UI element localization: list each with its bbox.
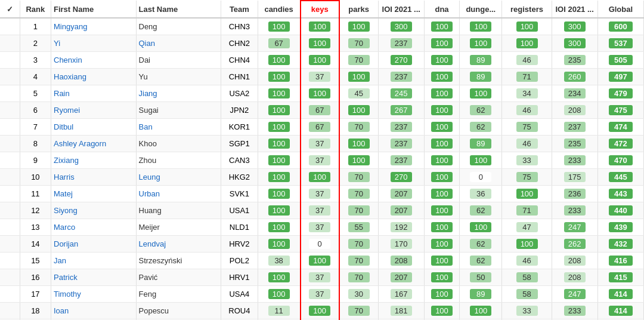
keys-cell: 37: [301, 152, 339, 169]
team-cell: USA2: [221, 85, 258, 102]
registers-cell: 58: [502, 286, 552, 303]
dna-cell: 100: [424, 186, 459, 202]
firstname-cell: Jan: [51, 253, 137, 269]
team-cell: HRV2: [221, 236, 258, 253]
team-cell: JPN2: [221, 102, 258, 119]
rank-cell: 6: [20, 102, 51, 119]
dna-cell: 100: [424, 169, 459, 186]
lastname-cell: Lendvaj: [136, 236, 221, 253]
dna-header: dna: [424, 1, 459, 18]
keys-cell: 100: [301, 35, 339, 52]
parks-cell: 70: [339, 303, 378, 319]
registers-cell: 47: [502, 219, 552, 236]
keys-cell: 100: [301, 303, 339, 319]
ioi1-cell: 237: [378, 136, 424, 152]
firstname-cell: Marco: [51, 219, 137, 236]
ioi1-cell: 207: [378, 269, 424, 286]
rank-cell: 4: [20, 69, 51, 85]
candies-cell: 100: [258, 85, 300, 102]
registers-cell: 46: [502, 102, 552, 119]
dna-cell: 100: [424, 253, 459, 269]
keys-cell: 37: [301, 286, 339, 303]
lastname-cell: Jiang: [136, 85, 221, 102]
global-cell: 445: [597, 169, 643, 186]
keys-cell: 100: [301, 253, 339, 269]
lastname-cell: Strzeszyński: [136, 253, 221, 269]
registers-cell: 100: [502, 18, 552, 35]
firstname-cell: Yi: [51, 35, 137, 52]
check-cell: [0, 152, 20, 169]
global-cell: 439: [597, 219, 643, 236]
dunge-cell: 100: [460, 85, 502, 102]
registers-header: registers: [502, 1, 552, 18]
check-cell: [0, 202, 20, 219]
dna-cell: 100: [424, 18, 459, 35]
check-cell: [0, 303, 20, 319]
rank-cell: 15: [20, 253, 51, 269]
firstname-cell: Matej: [51, 186, 137, 202]
check-cell: [0, 35, 20, 52]
candies-cell: 100: [258, 52, 300, 69]
firstname-cell: Dorijan: [51, 236, 137, 253]
ioi2-cell: 208: [552, 102, 597, 119]
registers-cell: 46: [502, 52, 552, 69]
keys-cell: 100: [301, 169, 339, 186]
lastname-cell: Huang: [136, 202, 221, 219]
firstname-cell: Rain: [51, 85, 137, 102]
parks-cell: 70: [339, 253, 378, 269]
parks-cell: 70: [339, 236, 378, 253]
dunge-cell: 100: [460, 18, 502, 35]
global-cell: 415: [597, 269, 643, 286]
ioi2-cell: 233: [552, 202, 597, 219]
table-row: 2 Yi Qian CHN2 67 100 70 237 100 100 100…: [0, 35, 644, 52]
rank-cell: 18: [20, 303, 51, 319]
check-cell: [0, 136, 20, 152]
table-row: 1 Mingyang Deng CHN3 100 100 100 300 100…: [0, 18, 644, 35]
team-cell: SGP1: [221, 136, 258, 152]
parks-header: parks: [339, 1, 378, 18]
candies-cell: 100: [258, 219, 300, 236]
global-cell: 443: [597, 186, 643, 202]
ioi2-cell: 233: [552, 303, 597, 319]
registers-cell: 34: [502, 85, 552, 102]
rank-cell: 17: [20, 286, 51, 303]
rank-cell: 2: [20, 35, 51, 52]
registers-cell: 46: [502, 253, 552, 269]
ioi1-cell: 208: [378, 253, 424, 269]
keys-cell: 67: [301, 102, 339, 119]
team-cell: USA4: [221, 286, 258, 303]
dna-cell: 100: [424, 286, 459, 303]
candies-cell: 38: [258, 253, 300, 269]
firstname-cell: Haoxiang: [51, 69, 137, 85]
dunge-cell: 36: [460, 186, 502, 202]
ioi1-cell: 170: [378, 236, 424, 253]
firstname-cell: Harris: [51, 169, 137, 186]
dunge-cell: 89: [460, 286, 502, 303]
parks-cell: 70: [339, 119, 378, 136]
dunge-cell: 0: [460, 169, 502, 186]
candies-cell: 100: [258, 136, 300, 152]
candies-cell: 100: [258, 236, 300, 253]
ioi2-cell: 175: [552, 169, 597, 186]
dunge-cell: 62: [460, 102, 502, 119]
dna-cell: 100: [424, 69, 459, 85]
dna-cell: 100: [424, 35, 459, 52]
ioi1-cell: 237: [378, 119, 424, 136]
ioi2-cell: 234: [552, 85, 597, 102]
dunge-cell: 100: [460, 219, 502, 236]
parks-cell: 70: [339, 186, 378, 202]
table-row: 8 Ashley Aragorn Khoo SGP1 100 37 100 23…: [0, 136, 644, 152]
registers-cell: 75: [502, 119, 552, 136]
keys-header[interactable]: keys: [301, 1, 339, 18]
ioi1-cell: 237: [378, 69, 424, 85]
keys-cell: 37: [301, 186, 339, 202]
registers-cell: 33: [502, 152, 552, 169]
keys-cell: 37: [301, 69, 339, 85]
registers-cell: 75: [502, 169, 552, 186]
rank-cell: 9: [20, 152, 51, 169]
dna-cell: 100: [424, 303, 459, 319]
lastname-cell: Popescu: [136, 303, 221, 319]
check-header: ✓: [0, 1, 20, 18]
team-cell: ROU4: [221, 303, 258, 319]
table-row: 16 Patrick Pavić HRV1 100 37 70 207 100 …: [0, 269, 644, 286]
